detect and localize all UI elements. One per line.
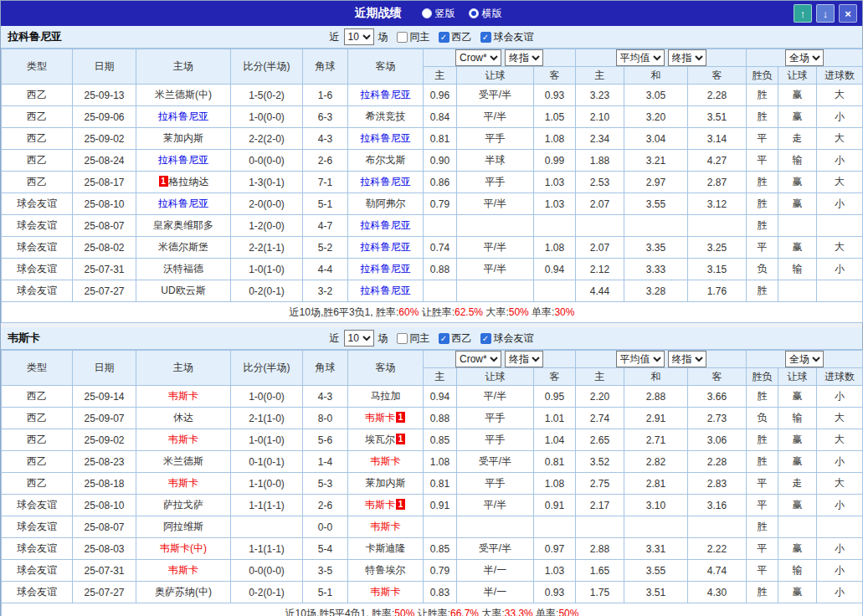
home-team-link[interactable]: 拉科鲁尼亚 (158, 110, 208, 122)
home-team-link[interactable]: 米兰德斯 (163, 455, 203, 467)
avg-odds-select[interactable]: 平均值 (616, 351, 665, 367)
scope-select[interactable]: 全场 (785, 49, 824, 66)
odds-source-select[interactable]: Crow* (455, 49, 501, 66)
corner-score: 5-3 (303, 473, 348, 495)
odds-time-select[interactable]: 终指 (505, 351, 543, 367)
home-team-link[interactable]: 韦斯卡 (168, 477, 198, 489)
move-up-button[interactable]: ↑ (794, 4, 812, 23)
odds-handicap: 平手 (457, 473, 534, 495)
close-button[interactable]: × (839, 4, 857, 23)
away-team-link[interactable]: 拉科鲁尼亚 (361, 263, 411, 275)
home-team-cell: 韦斯卡 (136, 429, 231, 451)
avg-time-select[interactable]: 终指 (668, 49, 706, 66)
sub-header-avg-away: 客 (688, 368, 747, 386)
league-type-badge: 球会友谊 (2, 259, 73, 280)
avg-odds-select[interactable]: 平均值 (616, 49, 665, 66)
matches-suffix-label: 场 (378, 331, 388, 346)
league-type-badge: 球会友谊 (2, 495, 73, 516)
avg-draw: 2.91 (624, 408, 688, 429)
move-down-button[interactable]: ↓ (816, 4, 835, 23)
home-team-link[interactable]: 米德尔斯堡 (158, 241, 208, 253)
away-team-link[interactable]: 韦斯卡 (371, 455, 401, 467)
sub-header-odds-handicap: 让球 (457, 67, 534, 85)
radio-unchecked-icon[interactable] (422, 8, 432, 18)
away-team-link[interactable]: 卡斯迪隆 (366, 542, 406, 554)
filter-checkbox-same-home[interactable]: 同主 (397, 331, 430, 346)
home-team-link[interactable]: 阿拉维斯 (163, 521, 203, 532)
score-text: 1-0(0-0) (231, 386, 303, 408)
checkbox-checked-icon[interactable]: ✓ (480, 333, 491, 344)
home-team-link[interactable]: 格拉纳达 (169, 176, 209, 187)
match-date: 25-08-07 (73, 215, 136, 237)
away-team-link[interactable]: 马拉加 (371, 390, 401, 402)
odds-home: 0.88 (424, 408, 457, 429)
filter-checkbox-friendly[interactable]: ✓球会友谊 (480, 30, 534, 44)
home-team-link[interactable]: 拉科鲁尼亚 (158, 154, 208, 166)
match-row: 西乙25-09-14韦斯卡1-0(0-0)4-3马拉加0.94平/半0.952.… (2, 386, 863, 408)
filter-checkbox-same-home[interactable]: 同主 (397, 30, 430, 44)
home-team-link[interactable]: 米兰德斯(中) (155, 89, 212, 100)
checkbox-unchecked-icon[interactable] (397, 32, 408, 43)
filter-checkbox-friendly[interactable]: ✓球会友谊 (480, 331, 534, 346)
match-count-select[interactable]: 10 (344, 330, 374, 346)
away-team-link[interactable]: 拉科鲁尼亚 (361, 241, 411, 253)
odds-home: 0.81 (424, 473, 457, 495)
away-team-link[interactable]: 拉科鲁尼亚 (361, 176, 411, 187)
checkbox-checked-icon[interactable]: ✓ (480, 32, 491, 43)
away-team-link[interactable]: 拉科鲁尼亚 (361, 285, 411, 296)
odds-time-select[interactable]: 终指 (505, 49, 543, 66)
checkbox-unchecked-icon[interactable] (397, 333, 408, 344)
match-count-select[interactable]: 10 (344, 28, 374, 45)
home-team-link[interactable]: 拉科鲁尼亚 (158, 198, 208, 209)
sub-header-avg-draw: 和 (624, 368, 688, 386)
scope-select[interactable]: 全场 (785, 351, 824, 367)
filter-checkbox-league[interactable]: ✓西乙 (439, 331, 472, 346)
result-goals: 小 (817, 451, 863, 473)
recent-results-window: 近期战绩 竖版 横版 ↑ ↓ × 拉科鲁尼亚近10场同主✓西乙✓球会友谊类型日期… (0, 0, 863, 616)
avg-away: 3.15 (688, 259, 747, 280)
result-outcome: 负 (747, 259, 778, 280)
home-team-link[interactable]: 奥萨苏纳(中) (155, 586, 212, 598)
away-team-link[interactable]: 希洪竞技 (366, 110, 406, 122)
home-team-cell: 莱加内斯 (136, 128, 231, 150)
home-team-link[interactable]: 萨拉戈萨 (163, 499, 203, 511)
avg-time-select[interactable]: 终指 (668, 351, 706, 367)
home-team-link[interactable]: 皇家奥维耶多 (153, 219, 213, 231)
radio-checked-icon[interactable] (469, 8, 479, 18)
home-team-link[interactable]: 韦斯卡(中) (160, 542, 207, 554)
odds-handicap: 平/半 (457, 106, 534, 128)
away-team-link[interactable]: 韦斯卡 (371, 586, 401, 598)
home-team-link[interactable]: UD欧云斯 (161, 285, 205, 296)
odds-source-select[interactable]: Crow* (455, 351, 501, 367)
result-handicap: 赢 (778, 538, 817, 560)
avg-odds-header-cell: 平均值终指 (576, 351, 747, 368)
filter-checkbox-league[interactable]: ✓西乙 (439, 30, 472, 44)
home-team-link[interactable]: 休达 (173, 412, 193, 424)
away-team-link[interactable]: 勒阿弗尔 (366, 198, 406, 209)
avg-home: 1.88 (576, 150, 624, 172)
away-team-link[interactable]: 特鲁埃尔 (366, 564, 406, 576)
away-team-link[interactable]: 韦斯卡 (365, 499, 395, 511)
checkbox-checked-icon[interactable]: ✓ (439, 333, 449, 344)
home-team-link[interactable]: 韦斯卡 (168, 390, 198, 402)
away-team-link[interactable]: 布尔戈斯 (366, 154, 406, 166)
away-team-link[interactable]: 拉科鲁尼亚 (361, 89, 411, 100)
away-team-link[interactable]: 埃瓦尔 (365, 434, 395, 445)
home-team-link[interactable]: 韦斯卡 (168, 564, 198, 576)
result-outcome: 平 (747, 495, 778, 516)
away-team-link[interactable]: 韦斯卡 (371, 521, 401, 532)
away-team-link[interactable]: 韦斯卡 (365, 412, 395, 424)
odds-away: 1.04 (534, 429, 576, 451)
result-handicap: 输 (778, 408, 817, 429)
home-team-link[interactable]: 沃特福德 (163, 263, 203, 275)
checkbox-checked-icon[interactable]: ✓ (439, 32, 449, 43)
away-team-link[interactable]: 莱加内斯 (366, 477, 406, 489)
away-team-link[interactable]: 拉科鲁尼亚 (361, 219, 411, 231)
result-goals: 大 (817, 128, 863, 150)
away-team-link[interactable]: 拉科鲁尼亚 (361, 132, 411, 144)
layout-radio-vertical[interactable]: 竖版 (422, 7, 455, 21)
layout-radio-horizontal[interactable]: 横版 (469, 7, 502, 21)
home-team-cell: 韦斯卡 (136, 560, 231, 582)
home-team-link[interactable]: 莱加内斯 (163, 132, 203, 144)
home-team-link[interactable]: 韦斯卡 (168, 434, 198, 445)
